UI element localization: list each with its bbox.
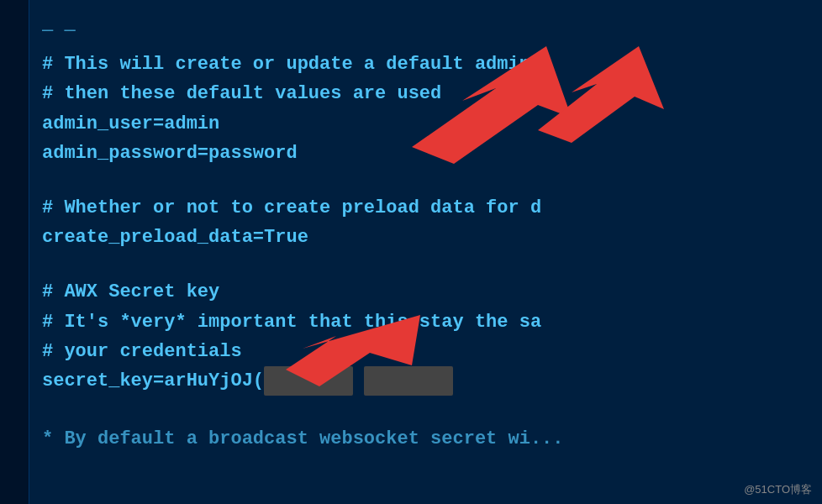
blank-line-2 xyxy=(42,252,797,277)
line-comment2: # then these default values are used xyxy=(42,79,797,108)
scrollbar-gutter xyxy=(0,0,29,504)
line-comment4: # AWX Secret key xyxy=(42,277,797,307)
bottom-partial-line: * By default a broadcast websocket secre… xyxy=(42,424,797,454)
terminal-content: ─ ─ # This will create or update a defau… xyxy=(42,17,797,454)
top-partial-line: ─ ─ xyxy=(42,17,797,46)
line-comment3: # Whether or not to create preload data … xyxy=(42,193,797,223)
line-comment6: # your credentials xyxy=(42,337,797,366)
terminal: ─ ─ # This will create or update a defau… xyxy=(0,0,822,504)
blank-line-3 xyxy=(42,396,797,421)
redacted-block-1 xyxy=(264,366,353,396)
line-comment1: # This will create or update a default a… xyxy=(42,50,797,79)
line-admin-user: admin_user=admin xyxy=(42,109,797,139)
line-secret-key: secret_key=arHuYjOJ( xyxy=(42,366,797,396)
line-comment5: # It's *very* important that this stay t… xyxy=(42,307,797,337)
watermark: @51CTO博客 xyxy=(744,482,812,497)
blank-line-1 xyxy=(42,168,797,193)
screen: ─ ─ # This will create or update a defau… xyxy=(0,0,822,504)
line-preload: create_preload_data=True xyxy=(42,223,797,252)
redacted-block-2 xyxy=(364,366,453,396)
line-admin-password: admin_password=password xyxy=(42,139,797,168)
